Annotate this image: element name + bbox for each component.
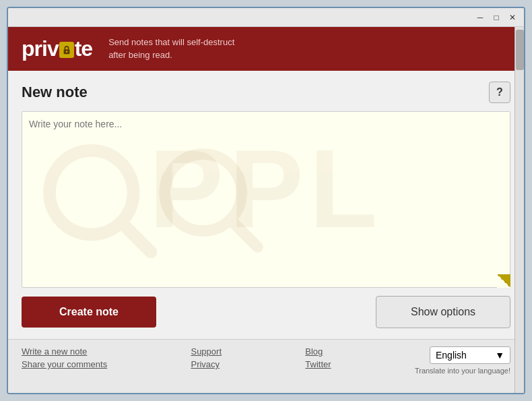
blog-link[interactable]: Blog bbox=[305, 346, 331, 357]
app-header: priv te Send notes that will self-destru… bbox=[8, 27, 524, 71]
scrollbar-thumb[interactable] bbox=[516, 30, 524, 70]
window-content: priv te Send notes that will self-destru… bbox=[8, 27, 524, 393]
scrollbar[interactable] bbox=[514, 27, 524, 393]
logo: priv te bbox=[22, 36, 92, 61]
support-link[interactable]: Support bbox=[191, 346, 222, 357]
share-comments-link[interactable]: Share your comments bbox=[22, 359, 107, 369]
show-options-button[interactable]: Show options bbox=[376, 296, 510, 328]
maximize-button[interactable]: □ bbox=[490, 11, 502, 24]
language-label: English bbox=[436, 350, 467, 361]
note-area-wrapper: PPL bbox=[22, 111, 510, 288]
twitter-link[interactable]: Twitter bbox=[305, 359, 331, 369]
write-new-note-link[interactable]: Write a new note bbox=[22, 346, 107, 357]
logo-text-after: te bbox=[75, 36, 92, 61]
footer-links-col-2: Support Privacy bbox=[191, 346, 222, 369]
svg-point-1 bbox=[65, 51, 67, 53]
header-tagline: Send notes that will self-destruct after… bbox=[108, 36, 243, 61]
note-header: New note ? bbox=[22, 82, 510, 103]
logo-lock-icon bbox=[59, 42, 74, 58]
language-selector-container: English ▼ Translate into your language! bbox=[415, 346, 510, 375]
logo-text-before: priv bbox=[22, 36, 59, 61]
footer: Write a new note Share your comments Sup… bbox=[8, 339, 524, 393]
help-button[interactable]: ? bbox=[489, 82, 510, 103]
privacy-link[interactable]: Privacy bbox=[191, 359, 222, 369]
window-controls: ─ □ ✕ bbox=[474, 11, 519, 24]
title-bar: ─ □ ✕ bbox=[8, 8, 524, 27]
logo-text: priv te bbox=[22, 36, 92, 61]
create-note-button[interactable]: Create note bbox=[22, 297, 156, 328]
footer-links-col-3: Blog Twitter bbox=[305, 346, 331, 369]
action-row: Create note Show options bbox=[22, 296, 510, 328]
translate-label: Translate into your language! bbox=[415, 367, 510, 375]
minimize-button[interactable]: ─ bbox=[474, 11, 486, 24]
chevron-down-icon: ▼ bbox=[495, 350, 504, 361]
footer-links-col-1: Write a new note Share your comments bbox=[22, 346, 107, 369]
main-content: New note ? PPL bbox=[8, 71, 524, 339]
language-select[interactable]: English ▼ bbox=[430, 346, 510, 364]
note-textarea[interactable] bbox=[22, 111, 510, 288]
app-window: ─ □ ✕ priv te S bbox=[7, 7, 525, 394]
new-note-title: New note bbox=[22, 84, 88, 101]
close-button[interactable]: ✕ bbox=[506, 11, 519, 24]
